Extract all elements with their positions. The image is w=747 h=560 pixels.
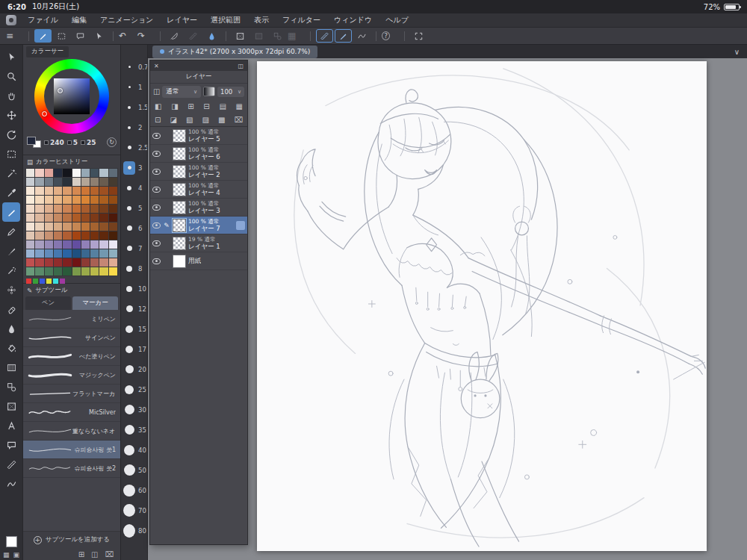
- brush-size-item[interactable]: 50: [121, 460, 147, 480]
- color-swatch[interactable]: [72, 258, 81, 267]
- color-swatch[interactable]: [72, 205, 81, 213]
- frame-border-button[interactable]: [232, 29, 249, 43]
- selection-area-tool[interactable]: [2, 144, 20, 164]
- color-swatch[interactable]: [81, 196, 90, 204]
- primary-color-chip[interactable]: [27, 137, 36, 145]
- lock-layer-icon[interactable]: ◪: [170, 116, 176, 124]
- brush-size-item[interactable]: 10: [121, 279, 147, 299]
- menu-layer[interactable]: レイヤー: [160, 15, 204, 25]
- layer-row[interactable]: 100 % 通常 レイヤー 6: [150, 145, 247, 163]
- color-swatch[interactable]: [99, 267, 108, 276]
- color-swatch[interactable]: [109, 258, 117, 267]
- color-swatch[interactable]: [54, 178, 62, 186]
- subtool-item[interactable]: 슈피숑사링 씃1: [23, 441, 120, 459]
- color-swatch[interactable]: [90, 249, 99, 258]
- add-subtool-button[interactable]: + サブツールを追加する: [23, 531, 120, 548]
- color-swatch[interactable]: [45, 196, 53, 204]
- color-swatch[interactable]: [99, 205, 108, 213]
- mini-color-swatch[interactable]: [40, 279, 45, 284]
- color-swatch[interactable]: [99, 169, 108, 177]
- color-swatch[interactable]: [26, 258, 34, 267]
- color-swatch[interactable]: [81, 169, 90, 177]
- color-swatch[interactable]: [99, 240, 108, 249]
- color-swatch[interactable]: [81, 187, 90, 195]
- color-swatch[interactable]: [109, 169, 117, 177]
- color-swatch[interactable]: [72, 231, 81, 240]
- color-swatch[interactable]: [54, 214, 62, 222]
- color-swatch[interactable]: [109, 178, 117, 186]
- color-swatch[interactable]: [35, 223, 43, 231]
- color-swatch[interactable]: [26, 249, 34, 258]
- snap-ruler-button[interactable]: [166, 29, 183, 43]
- subtool-item[interactable]: サインペン: [23, 329, 120, 347]
- color-swatch[interactable]: [99, 178, 108, 186]
- color-swatch[interactable]: [109, 205, 117, 213]
- airbrush-tool[interactable]: [2, 261, 20, 280]
- zoom-tool[interactable]: [2, 66, 20, 86]
- subtool-item[interactable]: ミリペン: [23, 310, 120, 329]
- color-swatch[interactable]: [90, 187, 99, 195]
- color-swatch[interactable]: [72, 214, 81, 222]
- layer-row[interactable]: ✎ 100 % 通常 レイヤー 7: [150, 217, 247, 234]
- color-swatch[interactable]: [99, 231, 108, 240]
- brush-size-item[interactable]: 5: [121, 198, 147, 218]
- color-swatch[interactable]: [26, 187, 34, 195]
- menu-edit[interactable]: 編集: [65, 15, 93, 25]
- color-swatch[interactable]: [90, 258, 99, 267]
- brush-size-item[interactable]: 4: [121, 178, 147, 198]
- operation-tool[interactable]: [2, 47, 20, 66]
- color-mode-cycle-button[interactable]: ↻: [107, 137, 117, 147]
- balloon-tool[interactable]: [2, 435, 20, 455]
- layer-row[interactable]: 用紙: [150, 252, 247, 270]
- color-swatch[interactable]: [26, 223, 34, 231]
- color-swatch[interactable]: [99, 214, 108, 222]
- lock-transparent-icon[interactable]: ▧: [186, 116, 193, 124]
- brush-size-item[interactable]: 8: [121, 258, 147, 279]
- color-swatch[interactable]: [54, 196, 62, 204]
- gradient-tool[interactable]: [2, 358, 20, 377]
- color-swatch[interactable]: [54, 258, 62, 267]
- color-swatch[interactable]: [26, 196, 34, 204]
- menu-help[interactable]: ヘルプ: [379, 15, 415, 25]
- color-swatch[interactable]: [26, 178, 34, 186]
- color-swatch[interactable]: [35, 231, 43, 240]
- subtool-item[interactable]: 重ならないネオンペン: [23, 422, 120, 441]
- pencil-tool[interactable]: [2, 222, 20, 241]
- color-swatch[interactable]: [81, 178, 90, 186]
- layer-row[interactable]: 100 % 通常 レイヤー 2: [150, 163, 247, 181]
- color-swatch[interactable]: [45, 267, 53, 276]
- color-swatch[interactable]: [72, 196, 81, 204]
- mini-color-swatch[interactable]: [60, 279, 65, 284]
- copy-layer-icon[interactable]: ◨: [171, 102, 178, 111]
- color-swatch[interactable]: [35, 196, 43, 204]
- object-tool-button[interactable]: [90, 29, 108, 43]
- brush-size-item[interactable]: 40: [121, 440, 147, 460]
- color-swatch[interactable]: [63, 240, 71, 249]
- eraser-tool[interactable]: [2, 299, 20, 319]
- color-swatch[interactable]: [54, 240, 62, 249]
- layer-visibility-toggle[interactable]: [152, 223, 161, 228]
- hue-knob[interactable]: [42, 111, 47, 116]
- layer-ruler-icon[interactable]: ▩: [218, 116, 225, 124]
- layer-property-icon[interactable]: ▤: [219, 102, 226, 111]
- color-swatch[interactable]: [90, 205, 99, 213]
- color-swatch[interactable]: [63, 231, 71, 240]
- color-swatch[interactable]: [99, 223, 108, 231]
- color-swatch[interactable]: [54, 249, 62, 258]
- color-swatch[interactable]: [81, 223, 90, 231]
- color-swatch[interactable]: [26, 267, 34, 276]
- subtool-item[interactable]: フラットマーカー: [23, 385, 120, 403]
- subtool-item[interactable]: 슈피숑사링 씃2: [23, 459, 120, 478]
- brush-size-item[interactable]: 20: [121, 359, 147, 379]
- color-swatch[interactable]: [26, 231, 34, 240]
- color-swatch[interactable]: [63, 205, 71, 213]
- layer-visibility-toggle[interactable]: [152, 205, 161, 211]
- color-swatch[interactable]: [54, 223, 62, 231]
- layer-visibility-toggle[interactable]: [152, 187, 161, 193]
- subtool-item[interactable]: MicSilver: [23, 403, 120, 422]
- color-swatch[interactable]: [54, 205, 62, 213]
- brush-size-item[interactable]: 2: [121, 117, 147, 137]
- layer-visibility-toggle[interactable]: [152, 258, 161, 264]
- menu-animation[interactable]: アニメーション: [93, 15, 160, 25]
- color-swatch[interactable]: [63, 267, 71, 276]
